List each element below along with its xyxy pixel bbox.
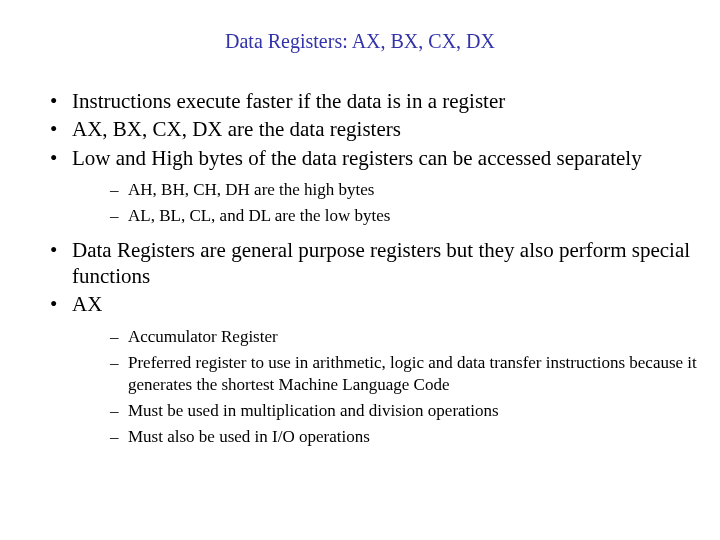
- slide-title: Data Registers: AX, BX, CX, DX: [20, 30, 700, 53]
- sub-bullet-item: Accumulator Register: [110, 326, 700, 348]
- bullet-text: Low and High bytes of the data registers…: [72, 146, 642, 170]
- sub-bullet-list: AH, BH, CH, DH are the high bytes AL, BL…: [72, 179, 700, 227]
- bullet-text: AX: [72, 292, 102, 316]
- bullet-item: Low and High bytes of the data registers…: [50, 145, 700, 227]
- bullet-item: AX Accumulator Register Preferred regist…: [50, 291, 700, 448]
- sub-bullet-item: Must also be used in I/O operations: [110, 426, 700, 448]
- sub-bullet-item: AL, BL, CL, and DL are the low bytes: [110, 205, 700, 227]
- sub-bullet-list: Accumulator Register Preferred register …: [72, 326, 700, 448]
- bullet-item: Data Registers are general purpose regis…: [50, 237, 700, 290]
- main-bullet-list: Instructions execute faster if the data …: [20, 88, 700, 448]
- sub-bullet-item: Preferred register to use in arithmetic,…: [110, 352, 700, 396]
- sub-bullet-item: AH, BH, CH, DH are the high bytes: [110, 179, 700, 201]
- bullet-item: Instructions execute faster if the data …: [50, 88, 700, 114]
- bullet-item: AX, BX, CX, DX are the data registers: [50, 116, 700, 142]
- sub-bullet-item: Must be used in multiplication and divis…: [110, 400, 700, 422]
